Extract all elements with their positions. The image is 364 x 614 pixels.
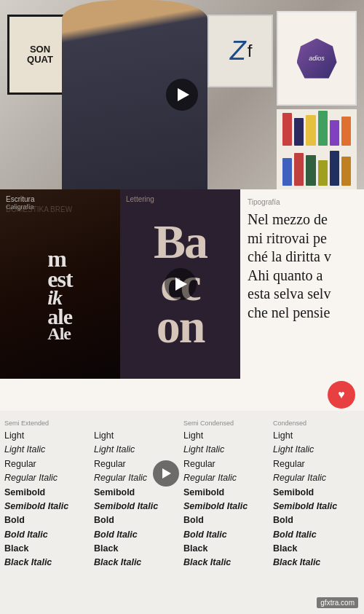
play-icon-small bbox=[162, 468, 171, 479]
adios-text: adios bbox=[309, 55, 325, 62]
book bbox=[282, 113, 292, 146]
font-entry: Light bbox=[94, 429, 181, 443]
bookshelf-row1 bbox=[277, 109, 357, 149]
calligraphy-display: m est ik ale Ale bbox=[41, 227, 78, 342]
font-entry: Black bbox=[94, 542, 181, 556]
font-entry: Light bbox=[273, 429, 360, 443]
hero-section: SONQUAT Zf adios bbox=[0, 0, 364, 189]
book bbox=[294, 118, 304, 146]
heart-icon: ♥ bbox=[338, 388, 345, 401]
hero-background: SONQUAT Zf adios bbox=[0, 0, 364, 189]
book bbox=[306, 155, 315, 186]
video-right-panel: Tipografía Nel mezzo demi ritrovai peché… bbox=[240, 189, 364, 379]
font-entry: Regular bbox=[183, 457, 270, 471]
font-entry: Black Italic bbox=[183, 556, 270, 570]
hero-frame-right: adios bbox=[277, 11, 357, 106]
video-section: Escritura Caligrafía DOMESTIKA BREW m es… bbox=[0, 189, 364, 379]
font-entry: Semibold Italic bbox=[4, 500, 91, 513]
col3-header: Semi Condensed bbox=[183, 420, 270, 427]
font-entry: Black bbox=[4, 542, 91, 556]
font-entry: Light Italic bbox=[94, 443, 181, 457]
adios-shape: adios bbox=[297, 39, 337, 79]
font-entry: Regular Italic bbox=[4, 471, 91, 485]
book bbox=[294, 153, 304, 186]
font-entry: Light Italic bbox=[183, 443, 270, 457]
font-column-condensed: Condensed Light Light Italic Regular Reg… bbox=[273, 420, 360, 570]
font-entry: Semibold bbox=[94, 486, 181, 500]
font-entry: Regular bbox=[273, 457, 360, 471]
book bbox=[341, 157, 351, 186]
bookshelf-row2 bbox=[277, 149, 357, 189]
font-entry: Light Italic bbox=[273, 443, 360, 457]
font-entry: Black bbox=[183, 542, 270, 556]
font-entry: Light bbox=[4, 429, 91, 443]
book bbox=[341, 117, 351, 146]
font-column-semi-extended: Semi Extended Light Light Italic Regular… bbox=[4, 420, 91, 570]
font-entry: Semibold Italic bbox=[273, 500, 360, 513]
red-button-row: ♥ bbox=[0, 379, 364, 411]
video-mid-panel: Lettering Baccon bbox=[120, 189, 240, 379]
hero-play-button[interactable] bbox=[166, 79, 198, 111]
font-entry: Regular bbox=[4, 457, 91, 471]
bookshelf bbox=[277, 109, 357, 189]
video-left-content: Escritura Caligrafía DOMESTIKA BREW m es… bbox=[0, 189, 120, 379]
font-entry: Bold bbox=[94, 513, 181, 527]
escritura-text: Escritura bbox=[6, 195, 34, 203]
bookmark-button[interactable]: ♥ bbox=[328, 381, 355, 409]
col1-header: Semi Extended bbox=[4, 420, 91, 427]
video-left-panel: Escritura Caligrafía DOMESTIKA BREW m es… bbox=[0, 189, 120, 379]
hero-frame-right-content: adios bbox=[278, 12, 355, 104]
typography-text: Nel mezzo demi ritrovai peché la diritta… bbox=[248, 210, 357, 323]
font-entry: Black Italic bbox=[4, 556, 91, 570]
font-entry: Bold Italic bbox=[4, 528, 91, 542]
font-entry: Black Italic bbox=[94, 556, 181, 570]
font-entry: Bold bbox=[4, 513, 91, 527]
play-icon bbox=[175, 278, 187, 291]
book bbox=[318, 160, 328, 186]
font-entry: Light bbox=[183, 429, 270, 443]
book bbox=[330, 120, 339, 146]
watermark: gfxtra.com bbox=[317, 597, 358, 608]
font-entry: Semibold bbox=[273, 486, 360, 500]
font-entry: Semibold Italic bbox=[183, 500, 270, 513]
book bbox=[330, 151, 339, 186]
font-entry: Black bbox=[273, 542, 360, 556]
font-column-2: Light Light Italic Regular Regular Itali… bbox=[94, 420, 181, 570]
fonts-play-button[interactable] bbox=[153, 460, 179, 487]
domestika-brew-label: DOMESTIKA BREW bbox=[6, 205, 72, 213]
col4-header: Condensed bbox=[273, 420, 360, 427]
play-icon bbox=[178, 88, 189, 101]
font-column-semi-condensed: Semi Condensed Light Light Italic Regula… bbox=[183, 420, 270, 570]
font-entry: Semibold bbox=[4, 486, 91, 500]
tipografia-label: Tipografía bbox=[248, 198, 357, 206]
font-entry: Semibold bbox=[183, 486, 270, 500]
lettering-label: Lettering bbox=[126, 195, 154, 203]
font-entry: Bold Italic bbox=[273, 528, 360, 542]
font-entry: Semibold Italic bbox=[94, 500, 181, 513]
font-entry: Black Italic bbox=[273, 556, 360, 570]
font-entry: Bold bbox=[273, 513, 360, 527]
col2-header bbox=[94, 420, 181, 427]
book bbox=[318, 111, 328, 146]
font-entry: Regular Italic bbox=[273, 471, 360, 485]
book bbox=[282, 158, 292, 186]
mid-play-button[interactable] bbox=[165, 268, 197, 300]
font-entry: Regular Italic bbox=[183, 471, 270, 485]
font-entry: Light Italic bbox=[4, 443, 91, 457]
hero-frame-mid: Zf bbox=[207, 15, 273, 87]
book bbox=[306, 115, 315, 146]
fonts-section-wrap: Semi Extended Light Light Italic Regular… bbox=[0, 411, 364, 578]
font-entry: Bold bbox=[183, 513, 270, 527]
font-entry: Bold Italic bbox=[94, 528, 181, 542]
font-entry: Bold Italic bbox=[183, 528, 270, 542]
fonts-section: Semi Extended Light Light Italic Regular… bbox=[0, 411, 364, 578]
